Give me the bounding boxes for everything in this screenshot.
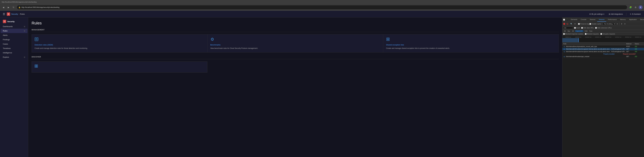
network-row[interactable]: ◁▷ /kbn/internal/ml/modules/recognize/.i… [562, 48, 644, 50]
filter-doc-button[interactable]: Doc [567, 30, 571, 32]
throttling-settings-button[interactable]: ▾ [616, 23, 618, 25]
third-party-requests-input[interactable] [600, 33, 602, 35]
sidebar-item-dashboards[interactable]: Dashboards ⊞ [0, 24, 28, 29]
blocked-response-cookies-checkbox[interactable]: Blocked response cookies [563, 33, 583, 35]
invert-checkbox[interactable]: Invert [574, 27, 580, 29]
extensions-button[interactable]: 🧩 [628, 5, 632, 9]
sidebar-findings-label: Findings [3, 39, 10, 41]
marker-6: 300000 ms [613, 36, 623, 38]
network-method-4: GET [626, 56, 635, 57]
svg-rect-8 [388, 38, 390, 39]
preserve-log-checkbox[interactable]: Preserve log [578, 23, 589, 25]
network-row[interactable]: ◁▷ /kbn/internal/ml/modules/recognize/.i… [562, 50, 644, 53]
upload-button[interactable]: ⬆ [620, 23, 623, 25]
sidebar-dashboards-label: Dashboards [3, 25, 13, 28]
breadcrumb-security[interactable]: Security [11, 13, 18, 15]
import-button[interactable]: ⬆ [574, 23, 576, 25]
tab-performance[interactable]: Performance [606, 18, 618, 22]
toolbar-separator-3 [619, 23, 620, 25]
filter-type-row: All Doc JS Fetch/XHR CSS Font [562, 30, 644, 33]
timeline-area: 50000 ms 100000 ms 150000 ms 200000 ms 2… [562, 35, 644, 42]
clear-button[interactable]: 🚫 [566, 23, 569, 25]
security-logo: 🛡 [3, 20, 6, 23]
sidebar-item-findings[interactable]: Findings [0, 37, 28, 42]
tab-elements[interactable]: Elements [569, 18, 579, 22]
hide-data-urls-checkbox[interactable]: Hide data URLs [581, 27, 594, 29]
blocked-response-cookies-input[interactable] [563, 33, 565, 35]
menu-button[interactable]: ☰ [2, 12, 6, 16]
filter-all-button[interactable]: All [563, 30, 566, 32]
benchmarks-title[interactable]: Benchmarks [210, 44, 380, 46]
network-row[interactable]: ◁▷ /kbn/internal/security/analytics/_rec… [562, 45, 644, 48]
sidebar-item-rules[interactable]: Rules ⊞ [0, 29, 28, 33]
disable-cache-input[interactable] [590, 23, 591, 25]
path-icon-3: ◁▷ [563, 51, 566, 52]
svg-rect-9 [386, 40, 388, 41]
blocked-requests-checkbox[interactable]: Blocked requests [585, 33, 599, 35]
tab-memory[interactable]: Memory [618, 18, 628, 22]
sidebar-item-timelines[interactable]: Timelines [0, 46, 28, 51]
throttling-select[interactable]: No throttling [603, 23, 616, 25]
svg-rect-11 [35, 65, 36, 66]
sidebar-item-intelligence[interactable]: Intelligence [0, 51, 28, 55]
annotation-row: Properly encoded Request successful! [562, 53, 644, 55]
tab-console[interactable]: Console [579, 18, 588, 22]
marker-8: 400000 ms [633, 36, 643, 38]
hide-extension-urls-input[interactable] [595, 27, 597, 29]
filter-input[interactable] [563, 27, 573, 29]
filter-css-button[interactable]: CSS [584, 30, 588, 32]
download-button[interactable]: ⬇ [624, 23, 626, 25]
blocked-requests-input[interactable] [585, 33, 586, 35]
tab-application[interactable]: Application [628, 18, 638, 22]
settings-button[interactable]: ⚙ [634, 5, 638, 9]
tab-network[interactable]: Network [597, 18, 606, 22]
col-method: Method [626, 43, 635, 45]
disable-cache-checkbox[interactable]: Disable cache [590, 23, 601, 25]
tab-security-dt[interactable]: Security [638, 18, 644, 22]
devtools-mobile-button[interactable]: 📱 [566, 18, 569, 21]
add-integrations-button[interactable]: ⊞ Add integrations [608, 13, 624, 16]
network-row[interactable]: ◁▷ /kbn/internal/ml/modules/get_module/ … [562, 55, 644, 58]
browser-toolbar: ◀ ▶ ↻ 🔒 🧩 ⚙ E [0, 4, 644, 11]
detection-rules-title[interactable]: Detection rules (SIEM) [34, 44, 204, 46]
benchmarks-card: Benchmarks View benchmark rules for Clou… [208, 34, 383, 53]
profile-button[interactable]: E [639, 5, 642, 9]
grid-icon: ⊞ [24, 26, 25, 28]
filter-font-button[interactable]: Font [588, 30, 593, 32]
hide-data-urls-input[interactable] [581, 27, 583, 29]
sidebar-cases-label: Cases [3, 43, 8, 45]
ai-assistant-button[interactable]: ✦ AI Assistant [629, 13, 642, 16]
sidebar-item-alerts[interactable]: Alerts [0, 33, 28, 37]
sidebar-item-security-header[interactable]: 🛡 Security [0, 19, 28, 24]
forward-button[interactable]: ▶ [6, 5, 10, 9]
sidebar-timelines-label: Timelines [3, 47, 10, 49]
grid-icon-explore: ⊞ [24, 56, 25, 58]
filter-js-button[interactable]: JS [571, 30, 575, 32]
invert-input[interactable] [574, 27, 576, 29]
request-successful-annotation: Request successful! [623, 53, 636, 55]
filter-button[interactable]: 🔍 [570, 23, 573, 25]
network-status-4: 200 [635, 56, 643, 57]
back-button[interactable]: ◀ [2, 5, 5, 9]
marker-7: 350000 ms [623, 36, 633, 38]
ml-job-settings-button[interactable]: ⚙ ML job settings ▾ [588, 13, 605, 16]
sidebar-item-cases[interactable]: Cases [0, 42, 28, 46]
breadcrumb-separator: > [18, 13, 20, 15]
shared-exception-title[interactable]: Shared exception lists [386, 44, 556, 46]
reload-button[interactable]: ↻ [12, 5, 16, 9]
hide-extension-urls-checkbox[interactable]: Hide extension URLs [595, 27, 612, 29]
grid-icon-rules: ⊞ [24, 30, 25, 32]
tab-sources[interactable]: Sources [588, 18, 597, 22]
devtools-inspect-button[interactable]: ⬜ [562, 18, 566, 21]
omnibar[interactable]: 🔒 [17, 5, 627, 10]
network-filter-row: Invert Hide data URLs Hide extension URL… [562, 26, 644, 30]
third-party-requests-checkbox[interactable]: 3rd-party requests [600, 33, 615, 35]
preserve-log-input[interactable] [578, 23, 580, 25]
breadcrumb: Security > Rules [11, 13, 25, 15]
sidebar-item-explore[interactable]: Explore ⊞ [0, 55, 28, 59]
filter-fetch-xhr-button[interactable]: Fetch/XHR [575, 30, 584, 32]
devtools-tabs: ⬜ 📱 Elements Console Sources Network Per… [562, 18, 644, 22]
url-input[interactable] [22, 6, 626, 8]
timeline-active-bar [562, 38, 579, 42]
main-content: Rules Management [28, 18, 562, 157]
